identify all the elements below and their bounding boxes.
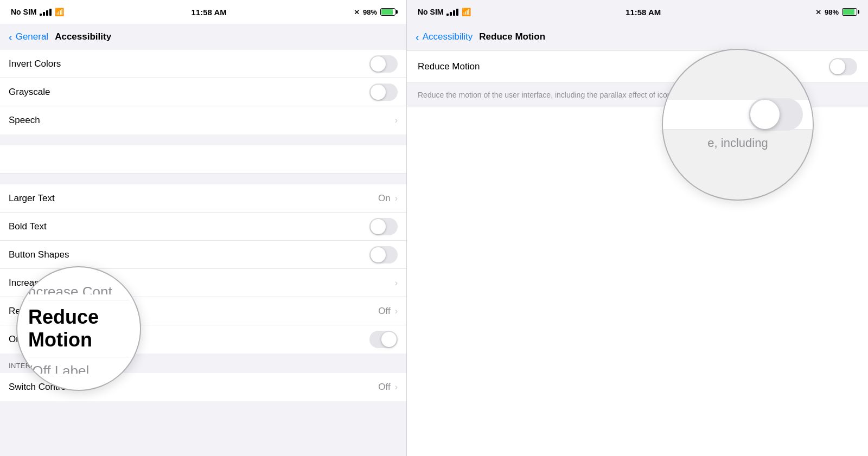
reduce-motion-setting-row[interactable]: Reduce Motion [407, 50, 868, 83]
battery-icon [380, 8, 395, 16]
section-spacer-2 [0, 174, 406, 184]
toggle-thumb-button [371, 247, 386, 262]
speech-right: › [395, 115, 398, 125]
vision-group: Invert Colors Grayscale Speech › [0, 50, 406, 134]
back-button[interactable]: ‹ General [9, 31, 48, 43]
page-title: Accessibility [55, 31, 111, 42]
magnifier-divider2 [28, 357, 129, 357]
magnifier-right-text: e, including [697, 136, 778, 150]
right-back-label: Accessibility [423, 31, 473, 42]
on-off-labels-toggle[interactable] [369, 331, 398, 348]
section-spacer-1 [0, 134, 406, 145]
invert-colors-row[interactable]: Invert Colors [0, 50, 406, 78]
grayscale-label: Grayscale [9, 87, 50, 98]
reduce-motion-right: Off › [378, 306, 398, 317]
right-carrier-label: No SIM [418, 8, 443, 16]
larger-text-right: On › [378, 193, 398, 204]
button-shapes-label: Button Shapes [9, 249, 69, 260]
right-bluetooth-icon: ⨯ [815, 8, 821, 16]
left-status-bar: No SIM 📶 11:58 AM ⨯ 98% [0, 0, 406, 24]
magnifier-circle-right: e, including [662, 49, 814, 201]
increase-contrast-right: › [395, 278, 398, 288]
button-shapes-toggle[interactable] [369, 246, 398, 264]
right-nav-bar: ‹ Accessibility Reduce Motion [407, 24, 868, 50]
empty-row [0, 145, 406, 174]
magnifier-toggle-large [749, 98, 803, 131]
right-status-left: No SIM 📶 [418, 8, 471, 16]
toggle-thumb-grayscale [371, 85, 386, 100]
right-phone-panel: No SIM 📶 11:58 AM ⨯ 98% ‹ Accessibility … [407, 0, 868, 456]
larger-text-row[interactable]: Larger Text On › [0, 184, 406, 213]
increase-contrast-chevron-icon: › [395, 278, 398, 288]
right-back-chevron-icon: ‹ [416, 31, 419, 43]
magnifier-circle-left: ncrease Cont... Reduce Motion /Off Label… [16, 266, 141, 391]
left-nav-bar: ‹ General Accessibility [0, 24, 406, 50]
switch-control-value: Off [378, 382, 390, 393]
invert-colors-toggle[interactable] [369, 55, 398, 73]
bold-text-toggle[interactable] [369, 218, 398, 235]
reduce-motion-chevron-icon: › [395, 306, 398, 316]
left-phone-panel: No SIM 📶 11:58 AM ⨯ 98% ‹ General Access… [0, 0, 407, 456]
switch-control-right: Off › [378, 382, 398, 393]
right-back-button[interactable]: ‹ Accessibility [416, 31, 473, 43]
reduce-motion-setting-label: Reduce Motion [418, 61, 480, 72]
magnifier-reduce-motion: Reduce Motion [28, 306, 129, 351]
speech-label: Speech [9, 115, 40, 126]
right-time: 11:58 AM [626, 8, 661, 17]
grayscale-toggle[interactable] [369, 84, 398, 101]
right-wifi-icon: 📶 [462, 8, 471, 16]
right-signal-icon [446, 9, 458, 16]
invert-colors-label: Invert Colors [9, 59, 61, 69]
toggle-thumb-bold [371, 219, 386, 234]
reduce-motion-value: Off [378, 306, 390, 317]
larger-text-value: On [378, 193, 391, 204]
right-status-right: ⨯ 98% [815, 8, 857, 16]
right-page-title: Reduce Motion [479, 31, 545, 42]
larger-text-chevron-icon: › [395, 194, 398, 203]
back-label: General [16, 31, 48, 42]
right-battery-icon [842, 8, 857, 16]
speech-chevron-icon: › [395, 115, 398, 125]
left-time: 11:58 AM [192, 8, 227, 17]
left-status-left: No SIM 📶 [11, 8, 64, 16]
battery-pct-label: 98% [363, 8, 377, 16]
toggle-thumb [371, 56, 386, 72]
reduce-motion-toggle-thumb [830, 59, 845, 74]
battery-fill [381, 9, 393, 15]
reduce-motion-desc-text: Reduce the motion of the user interface,… [418, 91, 677, 99]
signal-icon [40, 9, 52, 16]
speech-row[interactable]: Speech › [0, 106, 406, 134]
right-battery-pct-label: 98% [825, 8, 839, 16]
magnifier-toggle-large-thumb [750, 100, 780, 129]
magnifier-right-text-content: e, including [707, 136, 768, 150]
left-status-right: ⨯ 98% [354, 8, 395, 16]
magnifier-toggle-row [662, 100, 814, 130]
bold-text-row[interactable]: Bold Text [0, 213, 406, 241]
magnifier-line3: /Off Label... [28, 363, 101, 374]
switch-control-chevron-icon: › [395, 382, 398, 392]
settings-list: Invert Colors Grayscale Speech › [0, 50, 406, 456]
bold-text-label: Bold Text [9, 221, 47, 232]
carrier-label: No SIM [11, 8, 36, 16]
bluetooth-icon: ⨯ [354, 8, 360, 16]
magnifier-divider [28, 300, 129, 300]
larger-text-label: Larger Text [9, 193, 55, 204]
right-battery-fill [843, 9, 854, 15]
back-chevron-icon: ‹ [9, 31, 12, 43]
wifi-icon: 📶 [55, 8, 64, 16]
magnifier-line1: ncrease Cont... [28, 284, 124, 294]
toggle-thumb-onoff [381, 332, 397, 347]
button-shapes-row[interactable]: Button Shapes [0, 241, 406, 269]
grayscale-row[interactable]: Grayscale [0, 78, 406, 106]
reduce-motion-toggle[interactable] [829, 58, 857, 75]
right-status-bar: No SIM 📶 11:58 AM ⨯ 98% [407, 0, 868, 24]
